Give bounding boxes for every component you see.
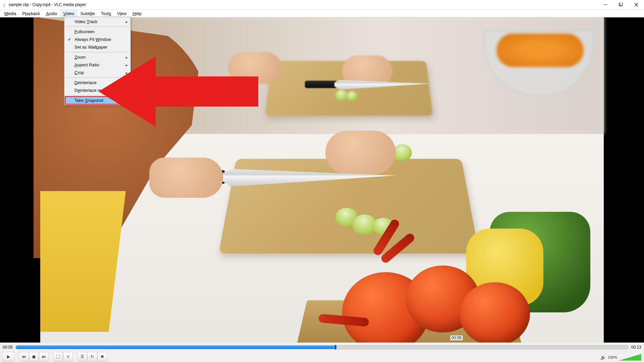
speaker-icon[interactable]: 🔊 xyxy=(600,355,606,360)
menu-separator xyxy=(66,95,129,96)
seekbar-row: 00:05 00:13 xyxy=(0,344,644,351)
menu-media[interactable]: Media xyxy=(1,10,19,17)
total-time[interactable]: 00:13 xyxy=(631,345,641,350)
submenu-arrow-icon: ▸ xyxy=(126,55,128,60)
equalizer-icon: ≡ xyxy=(67,355,69,359)
menu-label: Always Fit Window xyxy=(74,37,111,42)
menu-label: Aspect Ratio xyxy=(74,62,99,67)
menu-always-fit-window[interactable]: ✔ Always Fit Window xyxy=(65,36,130,43)
play-icon: ▶ xyxy=(7,355,10,359)
elapsed-time[interactable]: 00:05 xyxy=(3,345,13,350)
minimize-button[interactable] xyxy=(598,0,613,9)
stop-button[interactable]: ◼ xyxy=(29,352,39,361)
menu-playback[interactable]: Playback xyxy=(19,10,43,17)
seek-slider[interactable] xyxy=(15,345,629,349)
menu-subtitle[interactable]: Subtitle xyxy=(77,10,98,17)
menu-aspect-ratio[interactable]: Aspect Ratio ▸ xyxy=(65,61,130,69)
next-button[interactable]: ⏭ xyxy=(39,352,49,361)
skip-group: ⏮ ◼ ⏭ xyxy=(19,352,49,361)
volume-label: 100% xyxy=(608,355,617,359)
menu-label: Fullscreen xyxy=(74,29,95,34)
playlist-group: ☰ ↻ ✖ xyxy=(77,352,107,361)
svg-rect-1 xyxy=(3,6,6,7)
submenu-arrow-icon: ▸ xyxy=(126,81,128,85)
window-title: sample clip - Copy.mp4 - VLC media playe… xyxy=(9,2,86,7)
submenu-arrow-icon: ▸ xyxy=(126,88,128,93)
seek-knob[interactable] xyxy=(334,345,336,350)
view-group: ⛶ ≡ xyxy=(53,352,73,361)
window-controls xyxy=(598,0,644,9)
menu-separator xyxy=(66,26,129,27)
controls-row: ▶ ⏮ ◼ ⏭ ⛶ ≡ ☰ ↻ ✖ 🔊 100% xyxy=(0,351,644,362)
menu-label: Take Snapshot xyxy=(74,98,103,103)
close-button[interactable] xyxy=(629,0,644,9)
menubar: Media Playback Audio Video Subtitle Tool… xyxy=(0,10,644,17)
svg-rect-3 xyxy=(4,5,5,6)
menu-tools[interactable]: Tools xyxy=(98,10,114,17)
volume-slider[interactable] xyxy=(619,354,641,361)
menu-video-track[interactable]: Video Track ▸ xyxy=(65,18,130,25)
playlist-button[interactable]: ☰ xyxy=(77,352,87,361)
video-dropdown: Video Track ▸ Fullscreen ✔ Always Fit Wi… xyxy=(64,17,131,105)
submenu-arrow-icon: ▸ xyxy=(126,63,128,67)
menu-set-as-wallpaper[interactable]: Set as Wallpaper xyxy=(65,43,130,51)
titlebar: sample clip - Copy.mp4 - VLC media playe… xyxy=(0,0,644,10)
skip-next-icon: ⏭ xyxy=(42,355,46,359)
menu-deinterlace[interactable]: Deinterlace ▸ xyxy=(65,79,130,86)
previous-button[interactable]: ⏮ xyxy=(19,352,29,361)
menu-fullscreen[interactable]: Fullscreen xyxy=(65,28,130,36)
menu-video[interactable]: Video xyxy=(60,10,77,17)
stop-icon: ◼ xyxy=(32,355,36,359)
submenu-arrow-icon: ▸ xyxy=(126,20,128,24)
fullscreen-button[interactable]: ⛶ xyxy=(53,352,63,361)
check-icon: ✔ xyxy=(67,37,72,42)
menu-take-snapshot[interactable]: Take Snapshot xyxy=(65,97,130,104)
playlist-icon: ☰ xyxy=(80,355,84,359)
loop-icon: ↻ xyxy=(91,355,94,359)
svg-rect-2 xyxy=(4,4,5,4)
fullscreen-icon: ⛶ xyxy=(56,355,60,359)
menu-label: Video Track xyxy=(74,19,97,24)
menu-label: Zoom xyxy=(74,55,86,60)
menu-separator xyxy=(66,77,129,78)
menu-deinterlace-mode[interactable]: Deinterlace mode ▸ xyxy=(65,86,130,94)
menu-label: Deinterlace xyxy=(74,80,97,85)
vlc-cone-icon xyxy=(2,2,7,7)
svg-rect-6 xyxy=(620,3,623,5)
seek-fill xyxy=(16,346,334,349)
skip-prev-icon: ⏮ xyxy=(22,355,26,359)
shuffle-icon: ✖ xyxy=(101,355,104,359)
menu-zoom[interactable]: Zoom ▸ xyxy=(65,53,130,61)
menu-help[interactable]: Help xyxy=(129,10,145,17)
menu-view[interactable]: View xyxy=(114,10,129,17)
menu-audio[interactable]: Audio xyxy=(43,10,60,17)
menu-label: Deinterlace mode xyxy=(74,88,109,93)
shuffle-button[interactable]: ✖ xyxy=(97,352,107,361)
extended-settings-button[interactable]: ≡ xyxy=(63,352,73,361)
submenu-arrow-icon: ▸ xyxy=(126,71,128,75)
menu-label: Set as Wallpaper xyxy=(74,45,108,50)
loop-button[interactable]: ↻ xyxy=(87,352,97,361)
menu-separator xyxy=(66,52,129,52)
menu-crop[interactable]: Crop ▸ xyxy=(65,69,130,76)
maximize-button[interactable] xyxy=(613,0,629,9)
volume-area: 🔊 100% xyxy=(600,354,641,361)
seek-tooltip: 00:09 xyxy=(450,335,463,341)
play-button[interactable]: ▶ xyxy=(2,352,15,361)
menu-label: Crop xyxy=(74,70,84,75)
